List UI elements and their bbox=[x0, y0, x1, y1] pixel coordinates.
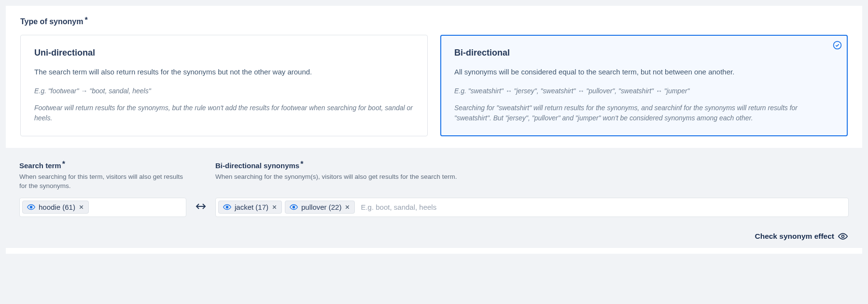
token-label: pullover (22) bbox=[301, 203, 341, 211]
close-icon[interactable] bbox=[345, 204, 350, 210]
synonyms-text-input[interactable] bbox=[358, 200, 846, 214]
required-asterisk: * bbox=[62, 160, 65, 169]
terms-section: Search term * When searching for this te… bbox=[6, 148, 862, 248]
eye-icon[interactable] bbox=[223, 203, 231, 211]
card-description: All synonyms will be considered equal to… bbox=[454, 67, 834, 77]
token-label: hoodie (61) bbox=[39, 203, 75, 211]
inputs-row: Search term * When searching for this te… bbox=[19, 161, 849, 217]
card-example: E.g. "footwear" → "boot, sandal, heels" bbox=[34, 86, 414, 96]
svg-point-4 bbox=[842, 235, 844, 237]
close-icon[interactable] bbox=[79, 204, 84, 210]
synonyms-help: When searching for the synonym(s), visit… bbox=[215, 173, 849, 191]
eye-icon[interactable] bbox=[290, 203, 298, 211]
section-title-text: Type of synonym bbox=[20, 17, 83, 26]
card-explanation: Footwear will return results for the syn… bbox=[34, 103, 414, 123]
token-hoodie: hoodie (61) bbox=[22, 201, 89, 214]
svg-point-3 bbox=[293, 206, 294, 208]
required-asterisk: * bbox=[84, 16, 87, 25]
card-title: Bi-directional bbox=[454, 48, 834, 58]
footer: Check synonym effect bbox=[19, 232, 849, 241]
required-asterisk: * bbox=[300, 160, 303, 169]
card-description: The search term will also return results… bbox=[34, 67, 414, 77]
card-uni-directional[interactable]: Uni-directional The search term will als… bbox=[20, 35, 428, 136]
synonyms-input[interactable]: jacket (17) bbox=[215, 198, 849, 217]
bidirectional-arrow-icon bbox=[195, 201, 207, 217]
search-term-field: Search term * When searching for this te… bbox=[19, 161, 186, 217]
card-bi-directional[interactable]: Bi-directional All synonyms will be cons… bbox=[440, 35, 848, 136]
token-pullover: pullover (22) bbox=[285, 201, 355, 214]
section-title: Type of synonym * bbox=[6, 17, 862, 35]
check-synonym-effect-link[interactable]: Check synonym effect bbox=[755, 232, 834, 241]
svg-point-2 bbox=[226, 206, 228, 208]
card-example: E.g. "sweatshirt" ↔ "jersey", "sweatshir… bbox=[454, 86, 834, 96]
close-icon[interactable] bbox=[272, 204, 277, 210]
panel: Type of synonym * Uni-directional The se… bbox=[6, 6, 862, 254]
card-explanation: Searching for "sweatshirt" will return r… bbox=[454, 103, 834, 123]
synonyms-label: Bi-directional synonyms * bbox=[215, 161, 849, 170]
search-term-help: When searching for this term, visitors w… bbox=[19, 173, 186, 191]
eye-icon[interactable] bbox=[27, 203, 35, 211]
svg-point-1 bbox=[30, 206, 32, 208]
token-label: jacket (17) bbox=[235, 203, 268, 211]
search-term-label: Search term * bbox=[19, 161, 186, 170]
eye-icon[interactable] bbox=[838, 232, 848, 241]
token-jacket: jacket (17) bbox=[218, 201, 282, 214]
synonyms-field: Bi-directional synonyms * When searching… bbox=[215, 161, 849, 217]
type-cards-row: Uni-directional The search term will als… bbox=[6, 35, 862, 136]
card-title: Uni-directional bbox=[34, 48, 414, 58]
search-term-input[interactable]: hoodie (61) bbox=[19, 198, 186, 217]
check-circle-icon bbox=[833, 41, 842, 52]
